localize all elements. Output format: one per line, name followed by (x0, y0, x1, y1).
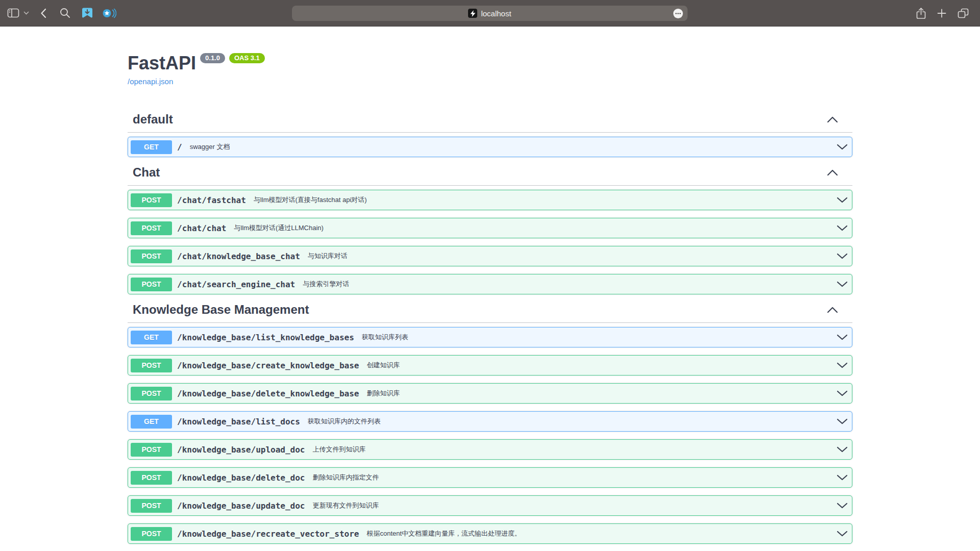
endpoint-rows: POST /chat/fastchat 与llm模型对话(直接与fastchat… (128, 190, 852, 294)
tag-section: Chat POST /chat/fastchat 与llm模型对话(直接与fas… (128, 165, 852, 294)
endpoint-path: /chat/knowledge_base_chat (177, 252, 300, 261)
expand-endpoint-chevron-icon[interactable] (836, 223, 848, 233)
endpoint-row[interactable]: POST /knowledge_base/delete_knowledge_ba… (128, 383, 852, 404)
bookmark-extension-icon[interactable] (82, 8, 93, 18)
expand-endpoint-chevron-icon[interactable] (836, 444, 848, 455)
endpoint-description: 删除知识库 (366, 389, 400, 398)
endpoint-row[interactable]: POST /chat/search_engine_chat 与搜索引擎对话 (128, 274, 852, 294)
swagger-page: FastAPI0.1.0OAS 3.1 /openapi.json defaul… (0, 27, 980, 544)
endpoint-path: /chat/search_engine_chat (177, 280, 295, 289)
endpoint-row[interactable]: GET / swagger 文档 (128, 137, 852, 157)
extensions-ellipsis-icon[interactable] (673, 9, 683, 18)
endpoint-description: 与llm模型对话(直接与fastchat api对话) (254, 195, 367, 205)
share-icon[interactable] (916, 8, 926, 19)
expand-endpoint-chevron-icon[interactable] (836, 195, 848, 205)
browser-toolbar: localhost (0, 0, 980, 27)
version-badge: 0.1.0 (200, 53, 225, 63)
method-badge: GET (131, 140, 172, 154)
method-badge: POST (131, 359, 172, 372)
endpoint-path: /chat/fastchat (177, 195, 246, 205)
content-wrapper: FastAPI0.1.0OAS 3.1 /openapi.json defaul… (128, 27, 852, 544)
tag-section: Knowledge Base Management GET /knowledge… (128, 302, 852, 544)
endpoint-description: 与llm模型对话(通过LLMChain) (234, 223, 324, 233)
endpoint-path: /knowledge_base/list_docs (177, 417, 300, 427)
endpoint-row[interactable]: POST /knowledge_base/delete_doc 删除知识库内指定… (128, 467, 852, 488)
sidebar-toggle-icon[interactable] (7, 8, 19, 18)
method-badge: POST (131, 193, 172, 207)
endpoint-description: 与搜索引擎对话 (303, 280, 349, 289)
media-extension-icon[interactable] (102, 8, 116, 19)
endpoint-path: /knowledge_base/upload_doc (177, 445, 305, 455)
endpoint-description: swagger 文档 (190, 142, 230, 152)
endpoint-description: 上传文件到知识库 (312, 445, 365, 454)
endpoint-row[interactable]: POST /knowledge_base/create_knowledge_ba… (128, 355, 852, 375)
expand-endpoint-chevron-icon[interactable] (836, 500, 848, 511)
endpoint-row[interactable]: POST /chat/fastchat 与llm模型对话(直接与fastchat… (128, 190, 852, 210)
method-badge: POST (131, 443, 172, 457)
endpoint-description: 根据content中文档重建向量库，流式输出处理进度。 (366, 529, 521, 538)
endpoint-description: 获取知识库列表 (362, 333, 408, 342)
endpoint-description: 获取知识库内的文件列表 (308, 417, 381, 426)
endpoint-description: 更新现有文件到知识库 (312, 501, 379, 510)
sidebar-menu-chevron-icon[interactable] (23, 11, 29, 15)
method-badge: POST (131, 278, 172, 291)
endpoint-row[interactable]: POST /knowledge_base/recreate_vector_sto… (128, 523, 852, 544)
method-badge: GET (131, 415, 172, 429)
endpoint-path: /knowledge_base/delete_doc (177, 473, 305, 483)
collapse-section-chevron-icon[interactable] (827, 116, 838, 123)
expand-endpoint-chevron-icon[interactable] (836, 279, 848, 289)
openapi-spec-link[interactable]: /openapi.json (128, 77, 173, 86)
tag-header[interactable]: Knowledge Base Management (128, 302, 852, 323)
endpoint-path: /knowledge_base/list_knowledge_bases (177, 333, 354, 342)
tag-name: Knowledge Base Management (133, 302, 309, 317)
endpoint-row[interactable]: GET /knowledge_base/list_docs 获取知识库内的文件列… (128, 411, 852, 432)
oas-badge: OAS 3.1 (229, 53, 265, 63)
endpoint-path: / (177, 142, 182, 152)
endpoint-description: 与知识库对话 (308, 252, 348, 261)
toolbar-right-group (916, 0, 980, 27)
method-badge: POST (131, 527, 172, 541)
tag-header[interactable]: default (128, 112, 852, 133)
endpoint-row[interactable]: GET /knowledge_base/list_knowledge_bases… (128, 327, 852, 347)
endpoint-description: 创建知识库 (366, 361, 400, 370)
tag-name: default (133, 112, 173, 127)
url-text: localhost (481, 9, 511, 18)
expand-endpoint-chevron-icon[interactable] (836, 332, 848, 342)
api-info: FastAPI0.1.0OAS 3.1 /openapi.json (128, 52, 852, 86)
expand-endpoint-chevron-icon[interactable] (836, 142, 848, 152)
tab-overview-icon[interactable] (958, 8, 969, 18)
expand-endpoint-chevron-icon[interactable] (836, 388, 848, 398)
method-badge: POST (131, 471, 172, 485)
endpoint-row[interactable]: POST /chat/knowledge_base_chat 与知识库对话 (128, 246, 852, 266)
tag-header[interactable]: Chat (128, 165, 852, 186)
endpoint-description: 删除知识库内指定文件 (312, 473, 379, 482)
method-badge: POST (131, 249, 172, 263)
endpoint-row[interactable]: POST /chat/chat 与llm模型对话(通过LLMChain) (128, 218, 852, 238)
search-icon[interactable] (60, 8, 70, 18)
method-badge: POST (131, 221, 172, 235)
new-tab-icon[interactable] (937, 9, 946, 18)
expand-endpoint-chevron-icon[interactable] (836, 529, 848, 539)
expand-endpoint-chevron-icon[interactable] (836, 251, 848, 261)
expand-endpoint-chevron-icon[interactable] (836, 416, 848, 427)
expand-endpoint-chevron-icon[interactable] (836, 360, 848, 370)
site-favicon-bolt-icon (468, 9, 477, 18)
endpoint-row[interactable]: POST /knowledge_base/update_doc 更新现有文件到知… (128, 495, 852, 516)
page-title: FastAPI0.1.0OAS 3.1 (128, 52, 852, 74)
endpoint-row[interactable]: POST /knowledge_base/upload_doc 上传文件到知识库 (128, 439, 852, 460)
back-icon[interactable] (40, 8, 46, 18)
endpoint-path: /knowledge_base/recreate_vector_store (177, 529, 359, 539)
tag-section: default GET / swagger 文档 (128, 112, 852, 157)
endpoint-path: /knowledge_base/delete_knowledge_base (177, 389, 359, 398)
tag-name: Chat (133, 165, 160, 180)
endpoint-path: /knowledge_base/update_doc (177, 501, 305, 511)
endpoint-path: /chat/chat (177, 223, 226, 233)
method-badge: GET (131, 331, 172, 344)
endpoint-path: /knowledge_base/create_knowledge_base (177, 361, 359, 370)
expand-endpoint-chevron-icon[interactable] (836, 472, 848, 483)
url-bar[interactable]: localhost (292, 6, 688, 21)
collapse-section-chevron-icon[interactable] (827, 307, 838, 313)
collapse-section-chevron-icon[interactable] (827, 169, 838, 176)
method-badge: POST (131, 499, 172, 513)
endpoint-rows: GET /knowledge_base/list_knowledge_bases… (128, 327, 852, 544)
